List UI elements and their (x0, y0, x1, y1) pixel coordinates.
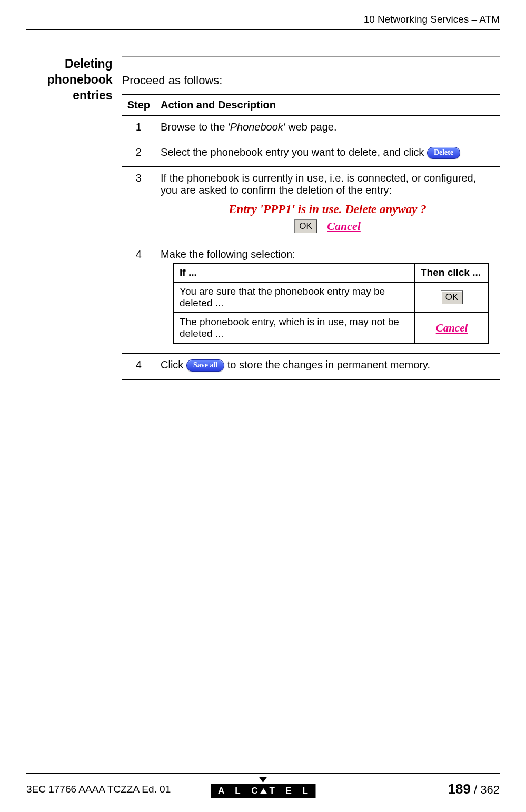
ok-button[interactable]: OK (294, 219, 317, 233)
doc-id: 3EC 17766 AAAA TCZZA Ed. 01 (26, 784, 171, 795)
intro-text: Proceed as follows: (122, 74, 500, 87)
page-number: 189 / 362 (448, 781, 500, 797)
step-description: Select the phonebook entry you want to d… (155, 141, 500, 167)
col-if: If ... (174, 263, 415, 282)
text: Select the phonebook entry you want to d… (161, 146, 427, 158)
table-row: 2 Select the phonebook entry you want to… (122, 141, 500, 167)
side-heading-line1: Deleting phonebook (47, 57, 113, 86)
confirm-prompt: Entry 'PPP1' is in use. Delete anyway ? (161, 203, 494, 216)
text: web page. (285, 121, 337, 133)
delete-button[interactable]: Delete (427, 147, 460, 159)
running-header: 10 Networking Services – ATM (26, 14, 500, 30)
cancel-link[interactable]: Cancel (436, 322, 468, 334)
divider (122, 56, 500, 57)
step-description: Browse to the 'Phonebook' web page. (155, 116, 500, 141)
step-number: 3 (122, 167, 155, 243)
col-then: Then click ... (415, 263, 489, 282)
divider (122, 417, 500, 417)
col-action: Action and Description (155, 94, 500, 116)
step-description: Click Save all to store the changes in p… (155, 354, 500, 380)
page-total: 362 (480, 783, 500, 796)
step-description: If the phonebook is currently in use, i.… (155, 167, 500, 243)
col-step: Step (122, 94, 155, 116)
save-all-button[interactable]: Save all (186, 359, 224, 372)
triangle-up-icon (260, 788, 267, 794)
step-number: 4 (122, 354, 155, 380)
text: Click (161, 359, 186, 370)
ok-button[interactable]: OK (441, 290, 463, 304)
text: Browse to the (161, 121, 228, 133)
side-heading: Deleting phonebook entries (26, 56, 122, 104)
if-condition: The phonebook entry, which is in use, ma… (174, 313, 415, 343)
step-number: 4 (122, 243, 155, 354)
step-description: Make the following selection: If ... The… (155, 243, 500, 354)
text: If the phonebook is currently in use, i.… (161, 172, 494, 196)
table-row: 3 If the phonebook is currently in use, … (122, 167, 500, 243)
page-sep: / (471, 783, 480, 796)
step-number: 1 (122, 116, 155, 141)
table-row: 4 Click Save all to store the changes in… (122, 354, 500, 380)
if-condition: You are sure that the phonebook entry ma… (174, 282, 415, 313)
table-row: 1 Browse to the 'Phonebook' web page. (122, 116, 500, 141)
side-heading-line2: entries (73, 88, 112, 102)
text: Make the following selection: (161, 248, 494, 260)
page-current: 189 (448, 781, 471, 797)
text-emph: 'Phonebook' (228, 121, 285, 133)
cancel-link[interactable]: Cancel (327, 219, 361, 233)
text: to store the changes in permanent memory… (224, 359, 430, 370)
brand-logo: A L CT E L (211, 777, 315, 798)
decision-table: If ... Then click ... You are sure that … (173, 263, 489, 344)
step-number: 2 (122, 141, 155, 167)
table-row: 4 Make the following selection: If ... T… (122, 243, 500, 354)
steps-table: Step Action and Description 1 Browse to … (122, 94, 500, 380)
triangle-down-icon (259, 777, 267, 783)
